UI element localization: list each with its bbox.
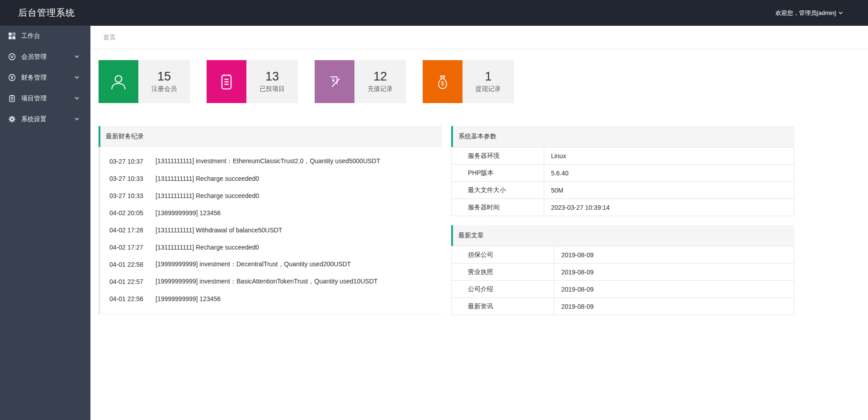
- article-date: 2019-08-09: [554, 281, 794, 298]
- stat-card-withdraw[interactable]: $ 1 提现记录: [423, 60, 514, 103]
- system-panel-header: 系统基本参数: [451, 126, 794, 147]
- panel-title: 系统基本参数: [458, 132, 496, 141]
- app-title: 后台管理系统: [18, 7, 75, 19]
- articles-table: 担保公司 2019-08-09 营业执照 2019-08-09 公司介绍 201…: [451, 246, 794, 315]
- stat-card-recharge[interactable]: ¥ 12 充值记录: [315, 60, 406, 103]
- finance-panel-header: 最新财务纪录: [99, 126, 442, 147]
- stat-value: 1: [485, 70, 491, 84]
- stat-value: 15: [157, 70, 171, 84]
- chevron-down-icon: [838, 10, 843, 15]
- projects-icon: [8, 94, 16, 102]
- param-label: PHP版本: [452, 165, 544, 182]
- stat-label: 注册会员: [151, 85, 177, 93]
- top-bar: 后台管理系统 欢迎您，管理员[admin]: [0, 0, 868, 26]
- sidebar-item-projects[interactable]: 项目管理: [0, 88, 90, 109]
- sidebar-item-label: 会员管理: [21, 53, 47, 61]
- clipboard-icon: [207, 60, 246, 103]
- stat-value: 13: [265, 70, 279, 84]
- stat-label: 充值记录: [368, 85, 393, 93]
- breadcrumb: 首页: [90, 26, 868, 49]
- finance-record: 03-27 10:37 [13111111111] investment：Eth…: [100, 153, 442, 170]
- record-text: [13899999999] 123456: [156, 209, 221, 217]
- param-value: 2023-03-27 10:39:14: [544, 199, 794, 216]
- article-title: 最新资讯: [452, 298, 554, 315]
- svg-text:$: $: [441, 80, 444, 87]
- finance-record: 04-01 22:58 [19999999999] investment：Dec…: [100, 256, 442, 273]
- stat-card-meta: 1 提现记录: [462, 60, 514, 103]
- record-time: 04-02 20:05: [109, 209, 156, 217]
- param-label: 服务器环境: [452, 147, 544, 165]
- money-bag-icon: $: [423, 60, 462, 103]
- article-title: 公司介绍: [452, 281, 554, 298]
- param-value: 5.6.40: [544, 165, 794, 182]
- dashboard-icon: [8, 32, 16, 40]
- chevron-down-icon: [74, 74, 80, 81]
- finance-record-list: 03-27 10:37 [13111111111] investment：Eth…: [99, 147, 442, 315]
- sidebar-item-settings[interactable]: 系统设置: [0, 109, 90, 130]
- system-params-table: 服务器环境 Linux PHP版本 5.6.40 最大文件大小 50M: [451, 147, 794, 216]
- article-date: 2019-08-09: [554, 246, 794, 264]
- articles-panel-header: 最新文章: [451, 225, 794, 246]
- stat-cards: 15 注册会员 13 已投项目: [90, 49, 868, 103]
- sidebar-item-label: 项目管理: [21, 94, 47, 103]
- table-row: PHP版本 5.6.40: [452, 165, 794, 182]
- record-time: 04-01 22:58: [109, 261, 156, 268]
- record-time: 03-27 10:33: [109, 192, 156, 199]
- stat-card-projects[interactable]: 13 已投项目: [207, 60, 298, 103]
- finance-panel: 最新财务纪录 03-27 10:37 [13111111111] investm…: [99, 126, 442, 315]
- finance-record: 04-02 17:27 [13111111111] Recharge succe…: [100, 239, 442, 256]
- table-row: 营业执照 2019-08-09: [452, 264, 794, 281]
- sidebar-item-finance[interactable]: 财务管理: [0, 67, 90, 88]
- articles-panel: 最新文章 担保公司 2019-08-09 营业执照 2019-08-09: [451, 225, 794, 315]
- finance-record: 04-01 22:57 [19999999999] investment：Bas…: [100, 273, 442, 290]
- record-text: [13111111111] investment：EthereumClassic…: [156, 157, 380, 165]
- sidebar-item-label: 财务管理: [21, 74, 47, 82]
- sidebar-item-workbench[interactable]: 工作台: [0, 26, 90, 47]
- record-time: 04-02 17:27: [109, 244, 156, 251]
- finance-record: 03-27 10:33 [13111111111] Recharge succe…: [100, 187, 442, 204]
- panel-title: 最新财务纪录: [106, 132, 144, 141]
- table-row: 最大文件大小 50M: [452, 182, 794, 199]
- record-text: [13111111111] Recharge succeeded0: [156, 244, 259, 251]
- chevron-down-icon: [74, 53, 80, 61]
- sidebar-item-members[interactable]: 会员管理: [0, 47, 90, 67]
- record-time: 04-01 22:56: [109, 295, 156, 302]
- param-value: 50M: [544, 182, 794, 199]
- table-row: 担保公司 2019-08-09: [452, 246, 794, 264]
- welcome-text: 欢迎您，管理员[admin]: [775, 9, 836, 17]
- sidebar-item-label: 系统设置: [21, 115, 47, 123]
- param-label: 服务器时间: [452, 199, 544, 216]
- finance-record: 03-27 10:33 [13111111111] Recharge succe…: [100, 170, 442, 187]
- system-panel: 系统基本参数 服务器环境 Linux PHP版本 5.6.40: [451, 126, 794, 216]
- stat-label: 已投项目: [259, 85, 285, 93]
- sidebar: 工作台 会员管理 财务管理: [0, 26, 90, 420]
- yen-card-icon: ¥: [315, 60, 354, 103]
- record-text: [19999999999] 123456: [156, 295, 221, 302]
- user-dropdown[interactable]: 欢迎您，管理员[admin]: [775, 9, 843, 17]
- stat-card-members[interactable]: 15 注册会员: [99, 60, 190, 103]
- article-date: 2019-08-09: [554, 298, 794, 315]
- param-value: Linux: [544, 147, 794, 165]
- article-title: 营业执照: [452, 264, 554, 281]
- record-text: [13111111111] Recharge succeeded0: [156, 175, 259, 182]
- stat-label: 提现记录: [476, 85, 501, 93]
- finance-record: 04-01 22:56 [19999999999] 123456: [100, 290, 442, 307]
- record-time: 04-02 17:28: [109, 227, 156, 234]
- record-text: [19999999999] investment：BasicAttentionT…: [156, 278, 377, 286]
- finance-record: 04-02 20:05 [13899999999] 123456: [100, 204, 442, 222]
- sidebar-item-label: 工作台: [21, 32, 40, 40]
- article-date: 2019-08-09: [554, 264, 794, 281]
- record-text: [13111111111] Recharge succeeded0: [156, 192, 259, 199]
- main-content: 首页 15 注册会员: [90, 26, 868, 420]
- finance-record: 04-02 17:28 [13111111111] Withdrawal of …: [100, 222, 442, 239]
- stat-value: 12: [373, 70, 387, 84]
- panel-title: 最新文章: [458, 231, 484, 240]
- table-row: 最新资讯 2019-08-09: [452, 298, 794, 315]
- members-icon: [8, 53, 16, 61]
- svg-text:¥: ¥: [331, 76, 335, 83]
- record-text: [13111111111] Withdrawal of balance50USD…: [156, 227, 282, 234]
- table-row: 公司介绍 2019-08-09: [452, 281, 794, 298]
- table-row: 服务器环境 Linux: [452, 147, 794, 165]
- user-icon: [99, 60, 138, 103]
- breadcrumb-home-link[interactable]: 首页: [103, 33, 116, 42]
